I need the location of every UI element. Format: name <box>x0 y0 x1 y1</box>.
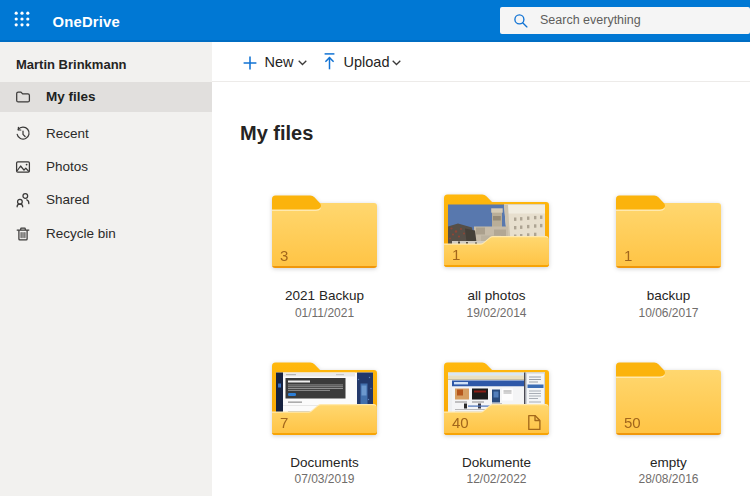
svg-text:50: 50 <box>624 414 641 431</box>
svg-text:3: 3 <box>280 247 288 264</box>
svg-text:1: 1 <box>452 246 460 263</box>
svg-text:1: 1 <box>624 247 632 264</box>
svg-text:7: 7 <box>280 414 288 431</box>
svg-text:40: 40 <box>452 414 469 431</box>
